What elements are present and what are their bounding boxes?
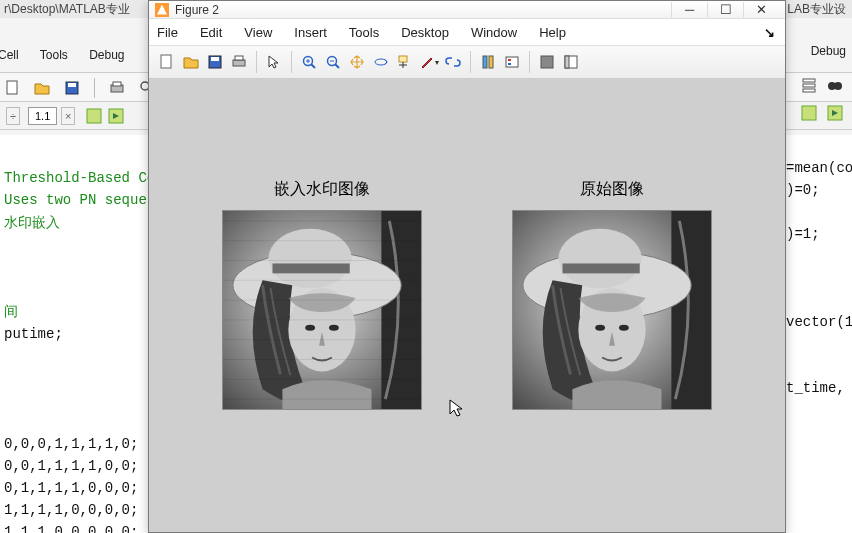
code-line: 0,0,1,1,1,1,0,0; xyxy=(4,458,138,474)
menu-file[interactable]: File xyxy=(157,25,178,40)
menu-tools[interactable]: Tools xyxy=(349,25,379,40)
svg-rect-18 xyxy=(211,57,219,61)
svg-point-64 xyxy=(595,325,605,331)
edit-pointer-icon[interactable] xyxy=(263,51,285,73)
code-r: )=1; xyxy=(786,226,820,242)
menu-view[interactable]: View xyxy=(244,25,272,40)
menu-window[interactable]: Window xyxy=(471,25,517,40)
cell-advance-icon-r[interactable] xyxy=(826,104,844,122)
svg-rect-32 xyxy=(483,56,487,68)
code-r: vector(1: xyxy=(786,314,852,330)
divide-label[interactable]: ÷ xyxy=(6,107,20,125)
show-plottools-icon[interactable] xyxy=(560,51,582,73)
matlab-menu-debug[interactable]: Debug xyxy=(89,48,124,62)
zoom-out-icon[interactable] xyxy=(322,51,344,73)
svg-rect-29 xyxy=(399,56,407,62)
svg-rect-7 xyxy=(803,79,815,82)
svg-rect-34 xyxy=(506,57,518,67)
figure-canvas: 嵌入水印图像 xyxy=(149,79,785,532)
datacursor-icon[interactable] xyxy=(394,51,416,73)
subplot-left-title: 嵌入水印图像 xyxy=(274,179,370,200)
figure-window: Figure 2 ─ ☐ ✕ File Edit View Insert Too… xyxy=(148,0,786,533)
svg-rect-9 xyxy=(803,89,815,92)
menu-insert[interactable]: Insert xyxy=(294,25,327,40)
binoculars-icon[interactable] xyxy=(826,76,844,94)
close-button[interactable]: ✕ xyxy=(743,2,779,18)
insert-colorbar-icon[interactable] xyxy=(477,51,499,73)
code-line: 1,1,1,0,0,0,0,0; xyxy=(4,524,138,533)
print-icon[interactable] xyxy=(108,79,126,97)
pan-icon[interactable] xyxy=(346,51,368,73)
svg-rect-20 xyxy=(235,56,243,60)
svg-rect-0 xyxy=(7,81,17,94)
maximize-button[interactable]: ☐ xyxy=(707,2,743,18)
matlab-right-code: =mean(cor )=0; )=1; vector(1: t_time, xyxy=(786,135,852,533)
matlab-right-menu-debug[interactable]: Debug xyxy=(811,44,846,58)
svg-rect-44 xyxy=(273,263,350,273)
code-r: )=0; xyxy=(786,182,820,198)
watermarked-image xyxy=(222,210,422,410)
cell-advance-icon[interactable] xyxy=(107,107,125,125)
new-file-icon[interactable] xyxy=(4,79,22,97)
code-line: Uses two PN sequen xyxy=(4,192,155,208)
svg-point-61 xyxy=(559,229,642,288)
minimize-button[interactable]: ─ xyxy=(671,2,707,18)
print-figure-icon[interactable] xyxy=(228,51,250,73)
subplot-right: 原始图像 xyxy=(512,179,712,410)
figure-toolbar: ▾ xyxy=(149,45,785,79)
code-r: t_time, xyxy=(786,380,845,396)
svg-rect-16 xyxy=(161,55,171,68)
svg-rect-2 xyxy=(68,83,76,87)
svg-point-11 xyxy=(834,82,842,90)
hide-plottools-icon[interactable] xyxy=(536,51,558,73)
code-line: 1,1,1,1,0,0,0,0; xyxy=(4,502,138,518)
brush-icon[interactable]: ▾ xyxy=(418,51,440,73)
save-icon[interactable] xyxy=(63,79,81,97)
code-line: 0,0,0,1,1,1,1,0; xyxy=(4,436,138,452)
matlab-toolbar2-right xyxy=(798,104,846,122)
cell-run-icon-r[interactable] xyxy=(800,104,818,122)
figure-titlebar[interactable]: Figure 2 ─ ☐ ✕ xyxy=(149,1,785,19)
link-icon[interactable] xyxy=(442,51,464,73)
svg-point-46 xyxy=(305,325,315,331)
svg-point-47 xyxy=(329,325,339,331)
open-figure-icon[interactable] xyxy=(180,51,202,73)
svg-rect-12 xyxy=(87,109,101,123)
matlab-right-toolbar xyxy=(799,76,846,94)
open-file-icon[interactable] xyxy=(33,79,51,97)
svg-rect-8 xyxy=(803,84,815,87)
matlab-path-right: LAB专业设 xyxy=(787,0,846,18)
menu-edit[interactable]: Edit xyxy=(200,25,222,40)
matlab-menu-tools[interactable]: Tools xyxy=(40,48,68,62)
matlab-menubar: Cell Tools Debug xyxy=(0,44,143,66)
cell-run-icon[interactable] xyxy=(85,107,103,125)
code-line: putime; xyxy=(4,326,63,342)
svg-rect-62 xyxy=(563,263,640,273)
svg-rect-37 xyxy=(541,56,553,68)
svg-rect-59 xyxy=(671,211,711,409)
times-label[interactable]: × xyxy=(61,107,75,125)
rotate3d-icon[interactable] xyxy=(370,51,392,73)
svg-line-22 xyxy=(311,64,315,68)
svg-point-65 xyxy=(619,325,629,331)
new-figure-icon[interactable] xyxy=(156,51,178,73)
insert-legend-icon[interactable] xyxy=(501,51,523,73)
zoom-in-icon[interactable] xyxy=(298,51,320,73)
menu-more-icon[interactable]: ↘ xyxy=(764,25,775,40)
figure-title: Figure 2 xyxy=(175,3,671,17)
save-figure-icon[interactable] xyxy=(204,51,226,73)
subplot-left: 嵌入水印图像 xyxy=(222,179,422,410)
matlab-figure-logo-icon xyxy=(155,3,169,17)
figure-menubar: File Edit View Insert Tools Desktop Wind… xyxy=(149,19,785,45)
scale-value-input[interactable]: 1.1 xyxy=(28,107,57,125)
code-line: Threshold-Based Cor xyxy=(4,170,164,186)
stack-icon[interactable] xyxy=(801,76,819,94)
code-line: 0,1,1,1,1,0,0,0; xyxy=(4,480,138,496)
menu-help[interactable]: Help xyxy=(539,25,566,40)
svg-rect-4 xyxy=(113,82,121,86)
code-line: 间 xyxy=(4,303,18,319)
matlab-menu-cell[interactable]: Cell xyxy=(0,48,19,62)
menu-desktop[interactable]: Desktop xyxy=(401,25,449,40)
svg-line-26 xyxy=(335,64,339,68)
svg-rect-33 xyxy=(489,56,493,68)
